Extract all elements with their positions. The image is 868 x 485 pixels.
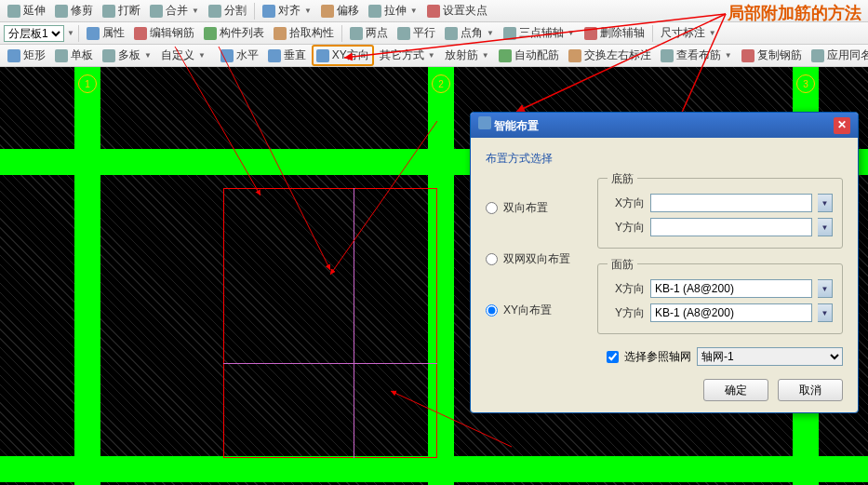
top-y-input[interactable] (650, 303, 812, 322)
tool-break[interactable]: 打断 (99, 2, 144, 20)
ok-button[interactable]: 确定 (703, 379, 768, 401)
tool-point-angle[interactable]: 点角▼ (441, 24, 498, 42)
toolbar-3: 矩形 单板 多板▼ 自定义▼ 水平 垂直 XY方向 其它方式▼ 放射筋▼ 自动配… (0, 45, 868, 67)
tool-other[interactable]: 其它方式▼ (376, 47, 439, 64)
tool-stretch[interactable]: 拉伸▼ (365, 2, 421, 20)
tool-component-list[interactable]: 构件列表 (200, 24, 268, 42)
tool-split[interactable]: 分割 (205, 2, 250, 20)
tool-pick[interactable]: 拾取构性 (270, 24, 338, 42)
layer-select[interactable]: 分层板1 (4, 25, 64, 42)
bottom-y-input[interactable] (650, 218, 812, 236)
layout-mode-label: 布置方式选择 (486, 151, 843, 167)
dropdown-icon[interactable]: ▼ (818, 279, 833, 298)
axis-select[interactable]: 轴网-1 (697, 347, 843, 366)
tool-vertical[interactable]: 垂直 (264, 47, 310, 64)
tool-extend[interactable]: 延伸 (4, 2, 49, 20)
dialog-icon (478, 116, 491, 129)
tool-multi-slab[interactable]: 多板▼ (99, 47, 155, 64)
tool-align[interactable]: 对齐▼ (259, 2, 315, 20)
bottom-rebar-group: 底筋 X方向 ▼ Y方向 ▼ (597, 178, 843, 249)
toolbar-2: 分层板1 ▼ 属性 编辑钢筋 构件列表 拾取构性 两点 平行 点角▼ 三点辅轴▼… (0, 22, 868, 45)
tool-custom[interactable]: 自定义▼ (157, 47, 209, 64)
radio-bidir[interactable]: 双向布置 (486, 200, 597, 216)
tool-trim[interactable]: 修剪 (51, 2, 97, 20)
dropdown-icon[interactable]: ▼ (818, 194, 833, 212)
tool-view-rebar[interactable]: 查看布筋▼ (657, 47, 736, 64)
top-x-input[interactable] (650, 279, 812, 298)
toolbar-1: 延伸 修剪 打断 合并▼ 分割 对齐▼ 偏移 拉伸▼ 设置夹点 (0, 0, 868, 22)
tool-two-point[interactable]: 两点 (346, 24, 392, 42)
tool-grip[interactable]: 设置夹点 (423, 2, 491, 20)
tool-parallel[interactable]: 平行 (394, 24, 439, 42)
tool-edit-rebar[interactable]: 编辑钢筋 (130, 24, 198, 42)
tool-three-point-axis[interactable]: 三点辅轴▼ (500, 24, 579, 42)
tool-del-axis[interactable]: 删除辅轴 (581, 24, 648, 42)
tool-offset[interactable]: 偏移 (317, 2, 363, 20)
ref-axis-label: 选择参照轴网 (624, 349, 691, 365)
tool-merge[interactable]: 合并▼ (146, 2, 203, 20)
dialog-titlebar[interactable]: 智能布置 ✕ (471, 113, 858, 138)
tool-dim[interactable]: 尺寸标注▼ (657, 24, 720, 42)
radio-xy[interactable]: XY向布置 (486, 303, 597, 318)
tool-single-slab[interactable]: 单板 (51, 47, 97, 64)
dropdown-icon[interactable]: ▼ (818, 303, 833, 322)
ref-axis-checkbox[interactable] (607, 351, 619, 363)
smart-layout-dialog: 智能布置 ✕ 布置方式选择 双向布置 双网双向布置 XY向布置 底筋 X方向 ▼ (470, 112, 859, 413)
tool-copy-rebar[interactable]: 复制钢筋 (738, 47, 806, 64)
dialog-title-text: 智能布置 (494, 119, 539, 132)
tool-rect[interactable]: 矩形 (4, 47, 49, 64)
tool-apply-same[interactable]: 应用同名称 (808, 47, 868, 64)
tool-swap-lr[interactable]: 交换左右标注 (565, 47, 655, 64)
top-rebar-group: 面筋 X方向 ▼ Y方向 ▼ (597, 263, 843, 334)
close-icon[interactable]: ✕ (834, 117, 850, 134)
dropdown-icon[interactable]: ▼ (818, 218, 833, 236)
tool-horizontal[interactable]: 水平 (217, 47, 262, 64)
cancel-button[interactable]: 取消 (778, 379, 843, 401)
tool-xy-direction[interactable]: XY方向 (312, 45, 374, 66)
tool-radial[interactable]: 放射筋▼ (441, 47, 493, 64)
bottom-x-input[interactable] (650, 194, 812, 212)
radio-double-net[interactable]: 双网双向布置 (486, 251, 597, 267)
tool-auto-rebar[interactable]: 自动配筋 (495, 47, 563, 64)
tool-props[interactable]: 属性 (83, 24, 128, 42)
